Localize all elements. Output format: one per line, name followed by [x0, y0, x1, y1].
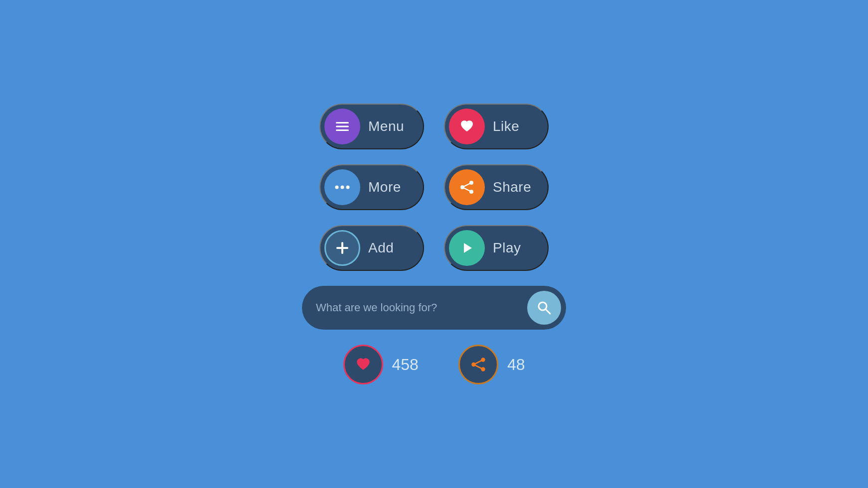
like-icon-circle — [449, 109, 485, 144]
svg-rect-2 — [336, 129, 349, 131]
share-button[interactable]: Share — [444, 164, 549, 210]
add-icon-circle — [324, 230, 360, 266]
add-button[interactable]: Add — [319, 225, 424, 271]
counter-row: 458 48 — [343, 345, 525, 384]
more-button[interactable]: More — [319, 164, 424, 210]
play-icon-circle — [449, 230, 485, 266]
search-bar — [302, 286, 566, 330]
svg-rect-0 — [336, 122, 349, 123]
search-input[interactable] — [316, 301, 522, 314]
like-count: 458 — [392, 356, 419, 374]
like-counter-heart-icon — [354, 355, 373, 374]
svg-rect-12 — [336, 247, 348, 249]
more-label: More — [368, 179, 401, 195]
like-counter-circle — [343, 345, 383, 384]
plus-icon — [333, 239, 351, 257]
button-row-3: Add Play — [319, 225, 549, 271]
add-label: Add — [368, 240, 394, 256]
heart-icon — [458, 118, 476, 135]
more-icon-circle — [324, 169, 360, 205]
menu-button[interactable]: Menu — [319, 104, 424, 149]
svg-line-9 — [462, 183, 471, 187]
play-label: Play — [493, 240, 521, 256]
svg-rect-1 — [336, 126, 349, 127]
svg-point-3 — [335, 186, 339, 189]
svg-point-5 — [346, 186, 350, 189]
svg-line-15 — [546, 309, 550, 314]
share-count: 48 — [507, 356, 525, 374]
button-row-2: More Share — [319, 164, 549, 210]
search-button[interactable] — [527, 291, 561, 325]
share-counter-icon — [469, 355, 488, 374]
like-label: Like — [493, 119, 519, 134]
play-icon — [458, 239, 476, 257]
search-icon — [536, 300, 552, 316]
svg-marker-13 — [464, 243, 472, 253]
svg-line-19 — [473, 360, 483, 365]
svg-point-4 — [341, 186, 344, 189]
like-button[interactable]: Like — [444, 104, 549, 149]
button-row-1: Menu Like — [319, 104, 549, 149]
share-counter-circle — [458, 345, 498, 384]
share-label: Share — [493, 179, 531, 195]
dots-icon — [333, 178, 351, 196]
menu-label: Menu — [368, 119, 404, 134]
menu-icon — [333, 118, 351, 135]
svg-line-20 — [473, 365, 483, 369]
svg-line-10 — [462, 187, 471, 192]
menu-icon-circle — [324, 109, 360, 144]
like-counter: 458 — [343, 345, 419, 384]
ui-container: Menu Like More — [302, 104, 566, 384]
play-button[interactable]: Play — [444, 225, 549, 271]
svg-point-6 — [469, 181, 473, 185]
share-icon — [458, 178, 476, 196]
share-icon-circle — [449, 169, 485, 205]
share-counter: 48 — [458, 345, 525, 384]
svg-point-16 — [481, 358, 485, 362]
